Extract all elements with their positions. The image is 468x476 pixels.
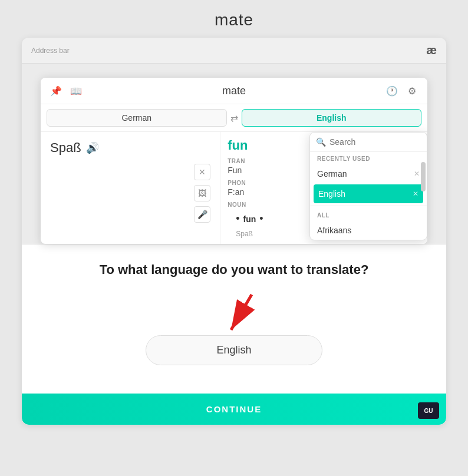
source-lang-btn[interactable]: German [47, 109, 227, 127]
swap-icon[interactable]: ⇄ [230, 113, 238, 124]
continue-button[interactable]: CONTINUE [22, 394, 446, 425]
popup-header-right: 🕐 ⚙ [385, 84, 419, 98]
popup-header: 📌 📖 mate 🕐 ⚙ [41, 78, 427, 104]
speaker-icon[interactable]: 🔊 [86, 141, 99, 154]
image-action-icon[interactable]: 🖼 [194, 185, 210, 201]
lang-bar: German ⇄ English [41, 104, 427, 132]
svg-line-1 [231, 295, 252, 330]
target-lang-btn[interactable]: English [242, 109, 422, 127]
bullet-dot-2: • [259, 213, 263, 225]
popup-header-left: 📌 📖 [49, 84, 83, 98]
ae-icon: æ [426, 44, 437, 57]
remove-english-icon[interactable]: ✕ [413, 190, 418, 198]
dropdown-divider [310, 206, 427, 206]
search-input[interactable] [329, 137, 427, 147]
book-icon[interactable]: 📖 [69, 84, 83, 98]
popup-title: mate [83, 85, 385, 97]
recently-used-label: RECENTLY USED [310, 152, 427, 164]
translation-area: Spaß 🔊 ✕ 🖼 🎤 fun TRAN Fun PHON [41, 132, 427, 244]
mic-action-icon[interactable]: 🎤 [194, 206, 210, 223]
question-text: To what language do you want to translat… [34, 262, 434, 277]
dropdown-search-bar: 🔍 [310, 133, 427, 152]
source-panel: Spaß 🔊 ✕ 🖼 🎤 [41, 132, 220, 244]
all-label: ALL [310, 209, 427, 221]
close-action-icon[interactable]: ✕ [194, 164, 210, 180]
noun-word: fun [243, 214, 256, 224]
page-title: mate [215, 11, 253, 29]
dropdown-item-english-active[interactable]: English ✕ [314, 184, 423, 203]
scrollbar [421, 162, 426, 191]
settings-icon[interactable]: ⚙ [405, 84, 419, 98]
search-icon: 🔍 [316, 137, 326, 147]
action-icons: ✕ 🖼 🎤 [50, 164, 210, 223]
pin-icon[interactable]: 📌 [49, 84, 63, 98]
language-dropdown: 🔍 RECENTLY USED German ✕ English ✕ [309, 132, 427, 240]
browser-bar: Address bar æ [22, 38, 446, 64]
source-word: Spaß 🔊 [50, 140, 210, 156]
red-arrow [199, 292, 269, 339]
address-bar-label: Address bar [31, 47, 70, 55]
extension-popup: 📌 📖 mate 🕐 ⚙ German ⇄ English [41, 78, 427, 244]
dropdown-item-afrikaans[interactable]: Afrikaans [310, 221, 427, 240]
bullet-dot: • [236, 213, 239, 225]
main-card: Address bar æ 📌 📖 mate 🕐 ⚙ [22, 38, 446, 425]
watermark: GU [418, 402, 439, 419]
history-icon[interactable]: 🕐 [385, 84, 399, 98]
dropdown-item-german[interactable]: German ✕ [310, 164, 427, 183]
lower-section: To what language do you want to translat… [22, 244, 446, 394]
remove-german-icon[interactable]: ✕ [414, 170, 420, 178]
